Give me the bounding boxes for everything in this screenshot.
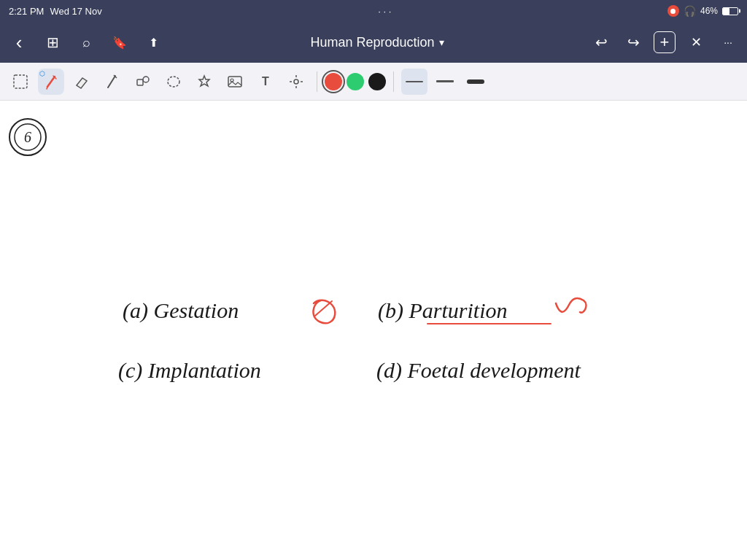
- search-button[interactable]: ⌕: [74, 31, 98, 54]
- stroke-thin-line: [406, 81, 423, 82]
- close-button[interactable]: ✕: [684, 31, 708, 54]
- star-tool[interactable]: [191, 69, 217, 95]
- svg-text:6: 6: [24, 129, 31, 145]
- undo-button[interactable]: ↩: [589, 31, 613, 54]
- image-tool[interactable]: [222, 69, 248, 95]
- svg-text:(d) Foetal development: (d) Foetal development: [376, 358, 581, 383]
- svg-text:(b) Parturition: (b) Parturition: [378, 298, 508, 323]
- color-red[interactable]: [325, 73, 342, 90]
- nav-right: ↩ ↪ + ✕ ···: [589, 31, 740, 54]
- nav-bar: ‹ ⊞ ⌕ 🔖 ⬆ Human Reproduction ▾ ↩ ↪ + ✕ ·…: [0, 22, 747, 63]
- nav-center: Human Reproduction ▾: [172, 35, 582, 50]
- stroke-medium[interactable]: [432, 69, 458, 95]
- svg-point-7: [143, 77, 149, 82]
- lasso-tool[interactable]: [160, 69, 187, 95]
- svg-marker-9: [199, 76, 209, 86]
- svg-line-21: [315, 301, 332, 316]
- stroke-thick[interactable]: [462, 69, 489, 95]
- stroke-medium-line: [436, 80, 454, 82]
- status-ellipsis: · · ·: [378, 6, 391, 17]
- canvas-area[interactable]: 6 (a) Gestation (b) Parturition (c) Impl…: [0, 101, 747, 560]
- status-dots: · · ·: [378, 6, 391, 17]
- select-tool[interactable]: [7, 69, 34, 95]
- svg-rect-0: [14, 75, 27, 88]
- nav-left: ‹ ⊞ ⌕ 🔖 ⬆: [7, 31, 165, 54]
- toolbar-separator: [317, 71, 317, 92]
- answer-mark-b: [556, 298, 586, 313]
- back-button[interactable]: ‹: [7, 31, 31, 54]
- title-text: Human Reproduction: [310, 35, 434, 50]
- more-button[interactable]: ···: [716, 31, 740, 54]
- share-button[interactable]: ⬆: [142, 31, 165, 54]
- svg-line-4: [108, 76, 115, 88]
- text-tool[interactable]: T: [252, 69, 279, 95]
- svg-text:(c) Implantation: (c) Implantation: [118, 358, 261, 383]
- eraser-tool[interactable]: [69, 69, 95, 95]
- svg-rect-10: [228, 77, 241, 87]
- add-page-button[interactable]: +: [654, 31, 676, 53]
- time: 2:21 PM: [9, 6, 44, 17]
- shapes-tool[interactable]: [130, 69, 156, 95]
- svg-text:(a) Gestation: (a) Gestation: [123, 298, 239, 323]
- svg-line-2: [47, 87, 47, 89]
- laser-tool[interactable]: [283, 69, 309, 95]
- stroke-thin[interactable]: [401, 69, 427, 95]
- status-bar: 2:21 PM Wed 17 Nov · · · 🎧 46%: [0, 0, 747, 22]
- svg-point-8: [168, 77, 179, 87]
- battery-bar: [722, 7, 738, 15]
- record-dot-inner: [670, 9, 676, 14]
- title-chevron: ▾: [439, 36, 444, 48]
- redo-button[interactable]: ↪: [622, 31, 645, 54]
- svg-rect-6: [137, 79, 143, 85]
- color-green[interactable]: [347, 73, 364, 90]
- status-right: 🎧 46%: [667, 5, 738, 17]
- battery-percent: 46%: [700, 6, 718, 16]
- drawing-canvas: 6 (a) Gestation (b) Parturition (c) Impl…: [0, 101, 747, 560]
- bookmark-button[interactable]: 🔖: [108, 31, 131, 54]
- status-left: 2:21 PM Wed 17 Nov: [9, 6, 102, 17]
- svg-point-12: [294, 79, 298, 84]
- color-black[interactable]: [368, 73, 386, 90]
- answer-mark-a: [313, 300, 335, 324]
- pen-tool[interactable]: ⬡: [38, 69, 64, 95]
- toolbar-separator-2: [393, 71, 394, 92]
- headphone-icon: 🎧: [684, 5, 696, 17]
- record-indicator: [667, 5, 679, 17]
- pencil-tool[interactable]: [99, 69, 125, 95]
- date: Wed 17 Nov: [50, 6, 101, 17]
- grid-button[interactable]: ⊞: [41, 31, 64, 54]
- battery-fill: [723, 8, 729, 15]
- toolbar: ⬡: [0, 63, 747, 101]
- question-number: 6: [9, 119, 46, 155]
- stroke-thick-line: [467, 79, 484, 84]
- document-title[interactable]: Human Reproduction ▾: [310, 35, 444, 50]
- svg-line-1: [47, 77, 55, 87]
